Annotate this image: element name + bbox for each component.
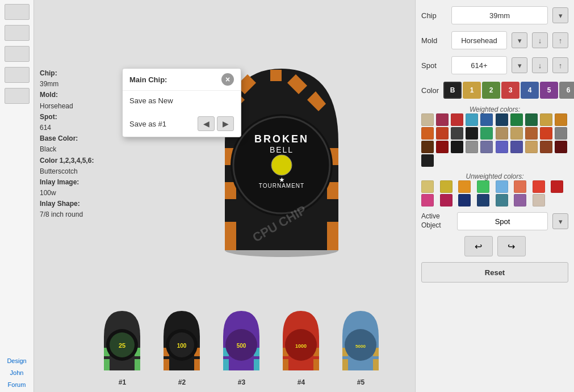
chip-item-4[interactable]: 1000 #4: [277, 308, 325, 386]
reset-button[interactable]: Reset: [421, 262, 568, 283]
weighted-swatch-23[interactable]: [466, 141, 478, 153]
save-as-new-label: Save as New: [129, 96, 173, 105]
weighted-swatch-24[interactable]: [480, 141, 493, 153]
sidebar-btn-5[interactable]: [5, 88, 30, 104]
color-btn-6[interactable]: 6: [559, 82, 574, 99]
weighted-swatch-19[interactable]: [555, 127, 567, 140]
chip-thumb-1: 25: [98, 308, 146, 376]
svg-text:BELL: BELL: [269, 145, 293, 154]
sidebar-btn-2[interactable]: [5, 25, 30, 41]
weighted-swatch-17[interactable]: [525, 127, 538, 140]
weighted-swatch-6[interactable]: [510, 113, 523, 126]
spot-label: Spot:: [40, 113, 57, 121]
weighted-swatch-5[interactable]: [496, 113, 508, 126]
unweighted-swatch-0[interactable]: [421, 180, 434, 193]
unweighted-swatch-7[interactable]: [551, 180, 563, 193]
weighted-swatch-12[interactable]: [451, 127, 463, 140]
save-as-1-label: Save as #1: [129, 120, 166, 128]
spot-dropdown-btn[interactable]: ▾: [512, 57, 527, 73]
undo-button[interactable]: ↩: [464, 236, 493, 256]
weighted-swatch-29[interactable]: [555, 141, 567, 153]
unweighted-swatch-9[interactable]: [440, 194, 453, 206]
spot-control-label: Spot: [421, 61, 447, 70]
redo-button[interactable]: ↪: [497, 236, 526, 256]
unweighted-swatch-2[interactable]: [458, 180, 471, 193]
weighted-swatch-14[interactable]: [480, 127, 493, 140]
weighted-swatch-25[interactable]: [496, 141, 508, 153]
color-value: Butterscotch: [40, 167, 78, 175]
weighted-swatch-9[interactable]: [555, 113, 567, 126]
chip-item-5[interactable]: 5000 #5: [337, 308, 385, 386]
chip-item-2[interactable]: 100 #2: [158, 308, 206, 386]
weighted-swatch-2[interactable]: [451, 113, 463, 126]
active-dropdown-btn[interactable]: ▾: [552, 213, 568, 229]
unweighted-swatch-4[interactable]: [496, 180, 508, 193]
spot-up-btn[interactable]: ↑: [552, 57, 568, 73]
weighted-swatch-28[interactable]: [540, 141, 552, 153]
chip-control-value: 39mm: [451, 6, 548, 24]
chip-label-1: #1: [119, 378, 126, 386]
weighted-swatch-22[interactable]: [451, 141, 463, 153]
weighted-swatch-8[interactable]: [540, 113, 552, 126]
color-btn-b[interactable]: B: [443, 82, 462, 99]
weighted-swatch-7[interactable]: [525, 113, 538, 126]
unweighted-swatch-6[interactable]: [533, 180, 545, 193]
save-as-1-item[interactable]: Save as #1 ◀ ▶: [123, 111, 241, 137]
unweighted-swatch-1[interactable]: [440, 180, 453, 193]
mold-control-row: Mold Horsehead ▾ ↓ ↑: [421, 31, 568, 50]
chip-dropdown-btn[interactable]: ▾: [552, 7, 568, 23]
color-btn-2[interactable]: 2: [482, 82, 500, 99]
weighted-swatch-11[interactable]: [436, 127, 449, 140]
weighted-swatch-26[interactable]: [510, 141, 523, 153]
weighted-swatch-13[interactable]: [466, 127, 478, 140]
unweighted-swatch-12[interactable]: [496, 194, 508, 206]
color-btn-5[interactable]: 5: [540, 82, 558, 99]
popup-prev-button[interactable]: ◀: [198, 116, 215, 131]
weighted-swatch-10[interactable]: [421, 127, 434, 140]
design-link[interactable]: Design: [0, 356, 33, 365]
save-as-new-item[interactable]: Save as New: [123, 91, 241, 111]
sidebar-btn-3[interactable]: [5, 46, 30, 62]
weighted-swatch-27[interactable]: [525, 141, 538, 153]
unweighted-swatch-11[interactable]: [477, 194, 489, 206]
weighted-swatch-20[interactable]: [421, 141, 434, 153]
mold-up-btn[interactable]: ↑: [552, 32, 568, 48]
chip-control-row: Chip 39mm ▾: [421, 6, 568, 25]
chip-item-1[interactable]: 25 #1: [98, 308, 146, 386]
unweighted-swatch-14[interactable]: [533, 194, 545, 206]
chip-item-3[interactable]: 500 #3: [217, 308, 266, 386]
weighted-swatch-3[interactable]: [466, 113, 478, 126]
unweighted-swatch-10[interactable]: [458, 194, 471, 206]
unweighted-swatch-13[interactable]: [514, 194, 526, 206]
weighted-swatch-18[interactable]: [540, 127, 552, 140]
popup-title-text: Main Chip:: [129, 75, 167, 84]
spot-down-btn[interactable]: ↓: [532, 57, 548, 73]
unweighted-swatch-3[interactable]: [477, 180, 489, 193]
inlay-shape-value: 7/8 inch round: [40, 210, 83, 218]
unweighted-label: Unweighted colors:: [421, 172, 568, 180]
forum-link[interactable]: Forum: [0, 380, 33, 389]
mold-dropdown-btn[interactable]: ▾: [512, 32, 527, 48]
spot-value: 614: [40, 124, 51, 132]
sidebar-btn-4[interactable]: [5, 67, 30, 83]
mold-down-btn[interactable]: ↓: [532, 32, 548, 48]
weighted-swatch-21[interactable]: [436, 141, 449, 153]
chip-value: 39mm: [40, 80, 58, 88]
color-btn-4[interactable]: 4: [521, 82, 539, 99]
spot-control-value: 614+: [451, 56, 507, 74]
weighted-swatch-4[interactable]: [480, 113, 493, 126]
weighted-swatch-0[interactable]: [421, 113, 434, 126]
popup-next-button[interactable]: ▶: [217, 116, 234, 131]
popup-close-button[interactable]: ×: [221, 73, 234, 86]
color-btn-3[interactable]: 3: [501, 82, 519, 99]
unweighted-swatch-8[interactable]: [421, 194, 434, 206]
sidebar-btn-1[interactable]: [5, 4, 30, 20]
mold-value: Horsehead: [40, 102, 73, 110]
weighted-swatch-1[interactable]: [436, 113, 449, 126]
john-link[interactable]: John: [0, 368, 33, 377]
weighted-swatch-30[interactable]: [421, 154, 434, 167]
weighted-swatch-16[interactable]: [510, 127, 523, 140]
color-btn-1[interactable]: 1: [463, 82, 481, 99]
weighted-swatch-15[interactable]: [496, 127, 508, 140]
unweighted-swatch-5[interactable]: [514, 180, 526, 193]
